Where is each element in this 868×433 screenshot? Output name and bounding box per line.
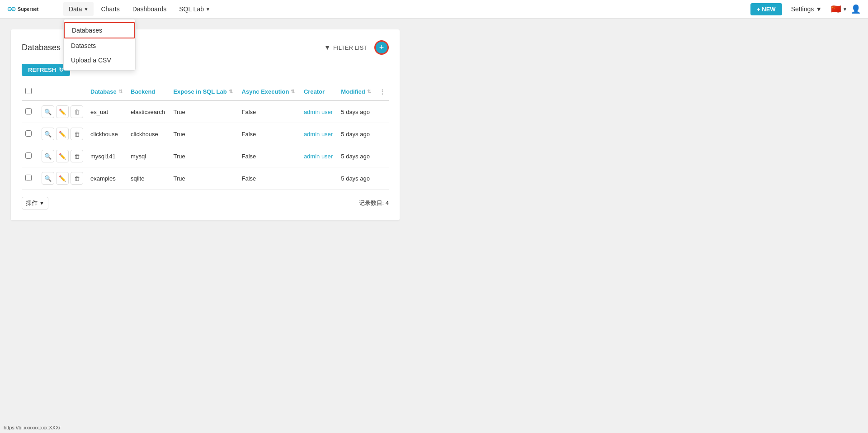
nav-item-data[interactable]: Data ▼ (63, 2, 94, 16)
cell-database-0: es_uat (87, 100, 127, 123)
navbar: Superset Data ▼ Databases Datasets Uploa… (0, 0, 868, 19)
filter-icon: ▼ (324, 44, 330, 51)
superset-logo-svg: Superset (7, 4, 52, 14)
inspect-button-1[interactable]: 🔍 (42, 128, 54, 140)
cell-creator-1: admin user (300, 123, 337, 145)
plus-icon: + (379, 43, 384, 52)
table-row: 🔍 ✏️ 🗑 clickhouseclickhouseTrueFalseadmi… (22, 123, 389, 145)
cell-extra-2 (376, 145, 389, 167)
inspect-button-2[interactable]: 🔍 (42, 150, 54, 162)
nav-right: + NEW Settings ▼ 🇨🇳 ▼ 👤 (750, 3, 861, 15)
settings-chevron-icon: ▼ (816, 5, 822, 13)
new-button-label: + NEW (757, 6, 776, 13)
col-header-modified[interactable]: Modified ⇅ (337, 83, 376, 100)
row-checkbox-1[interactable] (25, 130, 32, 137)
row-checkbox-0[interactable] (25, 108, 32, 114)
record-count-value: 4 (386, 200, 389, 206)
col-header-extra: ⋮ (376, 83, 389, 100)
cell-modified-3: 5 days ago (337, 167, 376, 190)
async-sort-icon[interactable]: ⇅ (291, 89, 295, 95)
cell-async-2: False (238, 145, 300, 167)
databases-table: Database ⇅ Backend Expose in SQL Lab ⇅ (22, 83, 389, 190)
filter-area: ▼ FILTER LIST + (321, 40, 389, 55)
cell-expose-2: True (170, 145, 238, 167)
record-count-label: 记录数目: (359, 200, 384, 206)
nav-item-dashboards[interactable]: Dashboards (127, 2, 172, 16)
cell-modified-1: 5 days ago (337, 123, 376, 145)
brand-logo[interactable]: Superset (7, 4, 52, 14)
inspect-button-0[interactable]: 🔍 (42, 105, 54, 118)
delete-button-1[interactable]: 🗑 (71, 128, 83, 140)
sqllab-label: SQL Lab (179, 5, 204, 13)
row-checkbox-2[interactable] (25, 152, 32, 159)
cell-expose-3: True (170, 167, 238, 190)
edit-button-1[interactable]: ✏️ (56, 128, 69, 140)
add-database-button[interactable]: + (374, 40, 389, 55)
settings-label: Settings (791, 5, 814, 13)
row-checkbox-3[interactable] (25, 175, 32, 181)
col-header-async-execution[interactable]: Async Execution ⇅ (238, 83, 300, 100)
cell-database-3: examples (87, 167, 127, 190)
cell-async-0: False (238, 100, 300, 123)
filter-list-button[interactable]: ▼ FILTER LIST (321, 42, 371, 53)
table-row: 🔍 ✏️ 🗑 mysql141mysqlTrueFalseadmin user5… (22, 145, 389, 167)
dashboards-label: Dashboards (132, 5, 167, 13)
col-header-database[interactable]: Database ⇅ (87, 83, 127, 100)
edit-button-0[interactable]: ✏️ (56, 105, 69, 118)
delete-button-0[interactable]: 🗑 (71, 105, 83, 118)
table-row: 🔍 ✏️ 🗑 examplessqliteTrueFalse5 days ago (22, 167, 389, 190)
language-selector[interactable]: 🇨🇳 ▼ (831, 4, 847, 14)
creator-link-0[interactable]: admin user (304, 109, 333, 115)
col-header-creator: Creator (300, 83, 337, 100)
cell-async-1: False (238, 123, 300, 145)
creator-link-2[interactable]: admin user (304, 153, 333, 160)
cell-modified-0: 5 days ago (337, 100, 376, 123)
dropdown-item-datasets[interactable]: Datasets (64, 38, 135, 53)
cell-backend-2: mysql (127, 145, 170, 167)
database-sort-icon[interactable]: ⇅ (118, 89, 123, 95)
svg-text:Superset: Superset (18, 6, 38, 12)
cell-extra-3 (376, 167, 389, 190)
actions-col-header (38, 83, 87, 100)
creator-link-1[interactable]: admin user (304, 131, 333, 138)
cell-expose-0: True (170, 100, 238, 123)
cell-extra-0 (376, 100, 389, 123)
record-count: 记录数目: 4 (359, 199, 389, 207)
table-row: 🔍 ✏️ 🗑 es_uatelasticsearchTrueFalseadmin… (22, 100, 389, 123)
dropdown-item-databases[interactable]: Databases (64, 22, 135, 38)
edit-button-2[interactable]: ✏️ (56, 150, 69, 162)
cell-creator-0: admin user (300, 100, 337, 123)
expose-sort-icon[interactable]: ⇅ (229, 89, 233, 95)
cell-modified-2: 5 days ago (337, 145, 376, 167)
table-footer: 操作 ▼ 记录数目: 4 (22, 197, 389, 209)
new-button[interactable]: + NEW (750, 3, 782, 15)
col-header-expose-sql-lab[interactable]: Expose in SQL Lab ⇅ (170, 83, 238, 100)
nav-item-charts[interactable]: Charts (95, 2, 125, 16)
cell-backend-3: sqlite (127, 167, 170, 190)
flag-chevron-icon: ▼ (843, 7, 847, 12)
sqllab-chevron-icon: ▼ (206, 7, 210, 12)
edit-button-3[interactable]: ✏️ (56, 172, 69, 185)
nav-item-sqllab[interactable]: SQL Lab ▼ (174, 2, 216, 16)
cell-backend-1: clickhouse (127, 123, 170, 145)
user-icon[interactable]: 👤 (851, 4, 861, 14)
col-header-backend: Backend (127, 83, 170, 100)
row-actions-1: 🔍 ✏️ 🗑 (38, 123, 87, 145)
row-actions-2: 🔍 ✏️ 🗑 (38, 145, 87, 167)
data-menu-wrapper: Data ▼ Databases Datasets Upload a CSV (63, 2, 94, 16)
per-page-select[interactable]: 操作 ▼ (22, 197, 48, 209)
dropdown-item-upload-csv[interactable]: Upload a CSV (64, 53, 135, 67)
filter-list-label: FILTER LIST (333, 44, 367, 51)
nav-items: Data ▼ Databases Datasets Upload a CSV C… (63, 2, 750, 16)
delete-button-2[interactable]: 🗑 (71, 150, 83, 162)
settings-menu[interactable]: Settings ▼ (786, 4, 827, 14)
data-dropdown-menu: Databases Datasets Upload a CSV (63, 19, 136, 71)
row-actions-0: 🔍 ✏️ 🗑 (38, 101, 87, 123)
per-page-chevron-icon: ▼ (39, 200, 44, 206)
inspect-button-3[interactable]: 🔍 (42, 172, 54, 185)
delete-button-3[interactable]: 🗑 (71, 172, 83, 185)
cell-async-3: False (238, 167, 300, 190)
refresh-label: REFRESH (28, 67, 56, 73)
select-all-checkbox[interactable] (25, 88, 32, 94)
modified-sort-icon[interactable]: ⇅ (367, 89, 371, 95)
